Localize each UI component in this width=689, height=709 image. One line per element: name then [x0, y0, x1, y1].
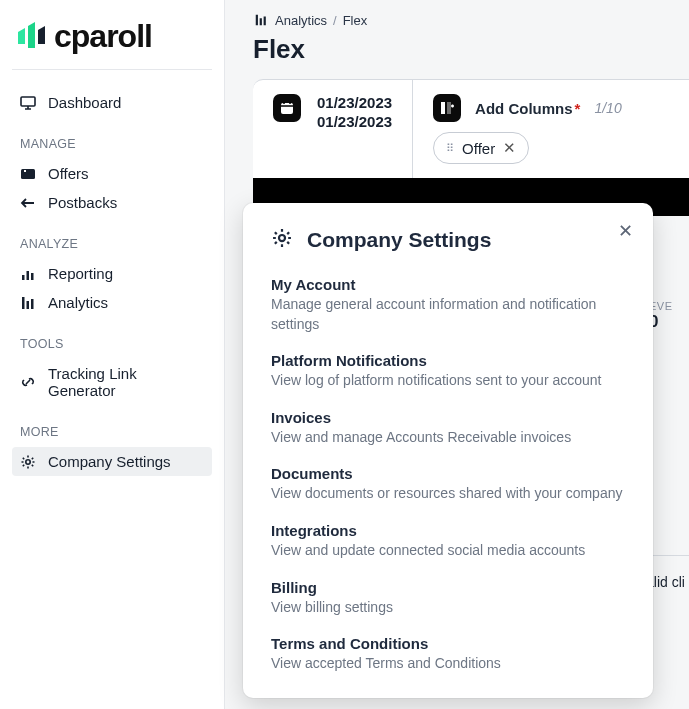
svg-rect-1: [21, 169, 35, 179]
brand-logo[interactable]: cparoll: [12, 18, 212, 55]
arrow-left-icon: [20, 195, 36, 211]
breadcrumb-section[interactable]: Analytics: [275, 13, 327, 28]
svg-rect-4: [27, 271, 30, 280]
brand-name: cparoll: [54, 18, 152, 55]
svg-rect-6: [22, 297, 25, 309]
sidebar-item-dashboard[interactable]: Dashboard: [12, 88, 212, 117]
analytics-icon: [253, 12, 269, 28]
date-start: 01/23/2023: [317, 94, 392, 111]
add-column-icon[interactable]: [433, 94, 461, 122]
events-value: 0: [649, 312, 689, 332]
sidebar-item-label: Company Settings: [48, 453, 171, 470]
sidebar-item-analytics[interactable]: Analytics: [12, 288, 212, 317]
divider: [12, 69, 212, 70]
breadcrumb: Analytics / Flex: [225, 0, 689, 28]
date-end: 01/23/2023: [317, 113, 392, 130]
calendar-icon: [273, 94, 301, 122]
date-range-cell[interactable]: 01/23/2023 01/23/2023: [253, 80, 413, 178]
page-title: Flex: [225, 28, 689, 79]
breadcrumb-page: Flex: [343, 13, 368, 28]
sidebar-item-reporting[interactable]: Reporting: [12, 259, 212, 288]
popover-item-desc: View documents or resources shared with …: [271, 484, 625, 504]
sidebar-section-manage: MANAGE: [12, 137, 212, 151]
events-column-fragment: EVE 0: [649, 300, 689, 332]
bar-chart-icon: [20, 266, 36, 282]
chip-remove-icon[interactable]: ✕: [503, 139, 516, 157]
popover-item-documents[interactable]: Documents View documents or resources sh…: [271, 465, 625, 504]
popover-item-terms[interactable]: Terms and Conditions View accepted Terms…: [271, 635, 625, 674]
required-star: *: [575, 100, 581, 117]
popover-item-title: Terms and Conditions: [271, 635, 625, 652]
sidebar-item-label: Dashboard: [48, 94, 121, 111]
svg-rect-8: [31, 299, 34, 309]
sidebar-item-label: Reporting: [48, 265, 113, 282]
popover-item-desc: View log of platform notifications sent …: [271, 371, 625, 391]
popover-item-desc: View billing settings: [271, 598, 625, 618]
popover-item-title: Integrations: [271, 522, 625, 539]
popover-item-desc: View and update connected social media a…: [271, 541, 625, 561]
popover-title: Company Settings: [307, 228, 491, 252]
add-columns-cell: Add Columns* 1/10 ⠿ Offer ✕: [413, 80, 689, 178]
svg-rect-5: [31, 273, 34, 280]
sidebar-item-label: Postbacks: [48, 194, 117, 211]
popover-item-title: Invoices: [271, 409, 625, 426]
popover-item-title: My Account: [271, 276, 625, 293]
popover-item-integrations[interactable]: Integrations View and update connected s…: [271, 522, 625, 561]
popover-item-platform-notifications[interactable]: Platform Notifications View log of platf…: [271, 352, 625, 391]
sidebar-item-tracking-link[interactable]: Tracking Link Generator: [12, 359, 212, 405]
events-label: EVE: [649, 300, 689, 312]
svg-rect-14: [441, 102, 445, 114]
svg-rect-7: [27, 301, 30, 309]
analytics-icon: [20, 295, 36, 311]
popover-item-title: Documents: [271, 465, 625, 482]
svg-rect-12: [264, 17, 266, 26]
popover-item-invoices[interactable]: Invoices View and manage Accounts Receiv…: [271, 409, 625, 448]
sidebar-section-analyze: ANALYZE: [12, 237, 212, 251]
link-icon: [20, 374, 36, 390]
gear-icon: [20, 454, 36, 470]
add-columns-label[interactable]: Add Columns: [475, 100, 573, 117]
sidebar-item-offers[interactable]: Offers: [12, 159, 212, 188]
svg-rect-10: [256, 15, 258, 26]
company-settings-popover: ✕ Company Settings My Account Manage gen…: [243, 203, 653, 698]
sidebar-section-tools: TOOLS: [12, 337, 212, 351]
svg-point-9: [26, 459, 30, 463]
drag-handle-icon[interactable]: ⠿: [446, 142, 454, 155]
columns-counter: 1/10: [594, 100, 621, 116]
svg-rect-15: [447, 102, 451, 114]
svg-rect-13: [281, 103, 293, 114]
sidebar-item-label: Analytics: [48, 294, 108, 311]
sidebar-section-more: MORE: [12, 425, 212, 439]
popover-item-title: Billing: [271, 579, 625, 596]
popover-item-desc: View and manage Accounts Receivable invo…: [271, 428, 625, 448]
sidebar-item-label: Offers: [48, 165, 89, 182]
gear-icon: [271, 227, 293, 252]
breadcrumb-separator: /: [333, 13, 337, 28]
ticket-icon: [20, 166, 36, 182]
svg-rect-2: [24, 170, 26, 172]
popover-item-my-account[interactable]: My Account Manage general account inform…: [271, 276, 625, 334]
chip-label: Offer: [462, 140, 495, 157]
svg-rect-3: [22, 275, 25, 280]
sidebar-item-postbacks[interactable]: Postbacks: [12, 188, 212, 217]
monitor-icon: [20, 95, 36, 111]
svg-point-16: [279, 235, 285, 241]
svg-rect-11: [260, 18, 262, 25]
popover-item-billing[interactable]: Billing View billing settings: [271, 579, 625, 618]
close-icon[interactable]: ✕: [613, 219, 637, 243]
popover-item-title: Platform Notifications: [271, 352, 625, 369]
sidebar: cparoll Dashboard MANAGE Offers Postback…: [0, 0, 225, 709]
sidebar-item-company-settings[interactable]: Company Settings: [12, 447, 212, 476]
sidebar-item-label: Tracking Link Generator: [48, 365, 204, 399]
svg-rect-0: [21, 97, 35, 106]
column-chip-offer[interactable]: ⠿ Offer ✕: [433, 132, 529, 164]
popover-item-desc: Manage general account information and n…: [271, 295, 625, 334]
report-toolbar: 01/23/2023 01/23/2023 Add Columns* 1/10 …: [253, 79, 689, 178]
brand-mark-icon: [16, 22, 50, 52]
popover-item-desc: View accepted Terms and Conditions: [271, 654, 625, 674]
